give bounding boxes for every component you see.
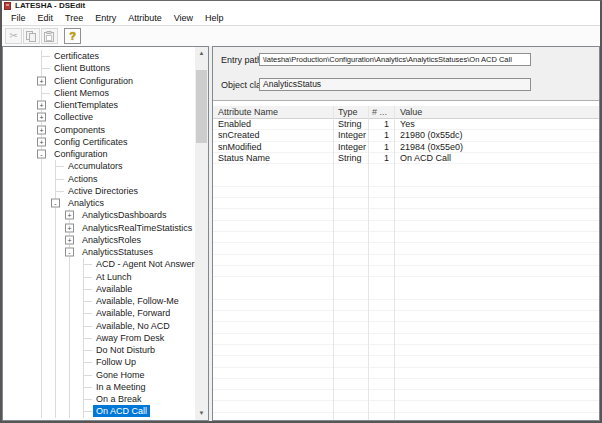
tree-guide-line (37, 332, 51, 344)
tree-guide-line (37, 173, 51, 185)
tree-guide-line (51, 381, 65, 393)
tree-item-label: Available, Follow-Me (93, 295, 182, 307)
tree-guide-line (51, 246, 65, 258)
tree-item-label: On a Break (93, 393, 145, 405)
tree-item[interactable]: At Lunch (3, 271, 195, 283)
tree-item[interactable]: -AnalyticsStatuses (3, 246, 195, 258)
tree-item[interactable]: Accumulators (3, 160, 195, 172)
tree-item[interactable]: -Configuration (3, 148, 195, 160)
tree-item[interactable]: +AnalyticsDashboards (3, 209, 195, 221)
expand-icon[interactable]: + (65, 235, 74, 244)
tree-item[interactable]: +AnalyticsRealTimeStatistics (3, 222, 195, 234)
cell-value: 21980 (0x55dc) (400, 130, 463, 141)
copy-button[interactable] (23, 28, 40, 44)
table-row[interactable]: snModifiedInteger121984 (0x55e0) (213, 142, 599, 153)
entry-path-field[interactable]: \latesha\Production\Configuration\Analyt… (259, 53, 531, 66)
tree-item[interactable]: +Collective (3, 111, 195, 123)
tree-item[interactable]: On ACD Call (3, 405, 195, 417)
tree-item[interactable]: Gone Home (3, 369, 195, 381)
tree-item[interactable]: Certificates (3, 50, 195, 62)
tree-item[interactable]: Client Memos (3, 87, 195, 99)
menu-item-attribute[interactable]: Attribute (122, 11, 168, 25)
column-header-type[interactable]: Type (338, 106, 358, 119)
cell-value: Yes (400, 119, 415, 130)
tree-item-label: Accumulators (65, 160, 126, 172)
collapse-icon[interactable]: - (37, 150, 46, 159)
tree-connector-icon (37, 50, 51, 62)
tree-item[interactable]: +Config Certificates (3, 136, 195, 148)
tree-item-label: Components (51, 124, 108, 136)
menu-item-file[interactable]: File (5, 11, 32, 25)
tree-item[interactable]: ACD - Agent Not Answering (3, 258, 195, 270)
tree-item[interactable]: Away From Desk (3, 332, 195, 344)
expand-icon[interactable]: + (37, 137, 46, 146)
scroll-down-icon[interactable] (195, 407, 208, 420)
menu-item-entry[interactable]: Entry (89, 11, 122, 25)
details-panel: Entry path: \latesha\Production\Configur… (212, 46, 600, 421)
tree-item-label: AnalyticsStatuses (79, 246, 156, 258)
scroll-up-icon[interactable] (195, 47, 208, 60)
menu-item-view[interactable]: View (168, 11, 199, 25)
tree-scrollbar[interactable] (195, 47, 208, 420)
tree-guide-line (37, 234, 51, 246)
expand-icon[interactable]: + (37, 113, 46, 122)
tree-guide-line (37, 197, 51, 209)
table-row[interactable]: Status NameString1On ACD Call (213, 153, 599, 164)
table-row[interactable]: EnabledString1Yes (213, 119, 599, 130)
expand-icon[interactable]: + (37, 101, 46, 110)
cell-attribute-name: Enabled (218, 119, 251, 130)
tree-item[interactable]: Do Not Disturb (3, 344, 195, 356)
column-header-attribute-name[interactable]: Attribute Name (218, 106, 278, 119)
cell-count: 1 (359, 153, 389, 164)
menu-item-tree[interactable]: Tree (59, 11, 89, 25)
column-header-value[interactable]: Value (400, 106, 422, 119)
collapse-icon[interactable]: - (65, 248, 74, 257)
tree-item[interactable]: -Analytics (3, 197, 195, 209)
tree-guide-line (51, 209, 65, 221)
tree-item-label: Config Certificates (51, 136, 131, 148)
tree-item[interactable]: Available, No ACD (3, 320, 195, 332)
help-button[interactable]: ? (64, 28, 81, 44)
tree-guide-line (51, 405, 65, 417)
tree-item[interactable]: In a Meeting (3, 381, 195, 393)
tree-guide-line (37, 258, 51, 270)
tree-item[interactable]: +Components (3, 124, 195, 136)
tree-connector-icon (79, 295, 93, 307)
expand-icon[interactable]: + (37, 76, 46, 85)
expand-icon[interactable]: + (65, 211, 74, 220)
tree-item[interactable]: Available, Follow-Me (3, 295, 195, 307)
tree-item-label: ACD - Agent Not Answering (93, 258, 195, 270)
expand-icon[interactable]: + (37, 125, 46, 134)
menu-item-edit[interactable]: Edit (32, 11, 60, 25)
tree-item[interactable]: +Client Configuration (3, 75, 195, 87)
tree-item[interactable]: Available (3, 283, 195, 295)
paste-button[interactable] (41, 28, 58, 44)
collapse-icon[interactable]: - (51, 199, 60, 208)
tree-item-label: Available (93, 283, 135, 295)
table-header: Attribute Name Type # ... Value (213, 106, 599, 119)
table-row[interactable]: snCreatedInteger121980 (0x55dc) (213, 130, 599, 141)
help-icon: ? (69, 31, 76, 41)
column-divider (394, 106, 395, 420)
cut-button[interactable]: ✂ (5, 28, 22, 44)
column-header-count[interactable]: # ... (372, 106, 387, 119)
object-class-field[interactable]: AnalyticsStatus (259, 78, 531, 91)
column-divider (333, 106, 334, 420)
app-icon (4, 2, 11, 10)
tree-item[interactable]: Client Buttons (3, 62, 195, 74)
title-bar: LATESHA - DSEdit (2, 1, 600, 11)
expand-icon[interactable]: + (65, 223, 74, 232)
scrollbar-thumb[interactable] (196, 70, 207, 143)
tree-item[interactable]: Follow Up (3, 356, 195, 368)
tree-item-label: Follow Up (93, 356, 139, 368)
tree-item[interactable]: On a Break (3, 393, 195, 405)
cell-attribute-name: snCreated (218, 130, 260, 141)
tree-item[interactable]: Actions (3, 173, 195, 185)
tree-item[interactable]: +AnalyticsRoles (3, 234, 195, 246)
tree-item[interactable]: +ClientTemplates (3, 99, 195, 111)
menu-item-help[interactable]: Help (199, 11, 230, 25)
tree-item[interactable]: Active Directories (3, 185, 195, 197)
tree-item[interactable]: Available, Forward (3, 307, 195, 319)
tree-guide-line (51, 222, 65, 234)
tree-guide-line (37, 405, 51, 417)
